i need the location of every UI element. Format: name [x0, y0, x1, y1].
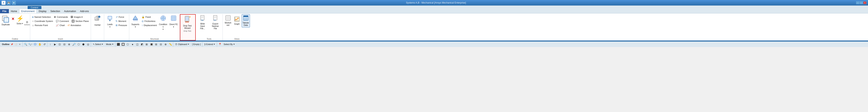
- pan-button[interactable]: ✋: [38, 42, 42, 47]
- graph-button[interactable]: Graph: [233, 14, 241, 27]
- top-view-button[interactable]: ↑: [48, 42, 53, 47]
- solver-dropdown[interactable]: ⚙ Solvers: [25, 14, 29, 29]
- mode-dropdown[interactable]: Mode ▼: [105, 43, 115, 46]
- views-group-label: Views: [223, 38, 251, 40]
- outline-title: Outline: [2, 43, 9, 46]
- menu-addons[interactable]: Add-ons: [78, 9, 91, 13]
- measure-button[interactable]: 📏: [168, 42, 173, 47]
- moment-button[interactable]: ↻ Moment: [115, 19, 128, 23]
- zoom-fit-button[interactable]: ⊡: [58, 42, 62, 47]
- display1-button[interactable]: ⊞: [154, 42, 158, 47]
- menu-home[interactable]: Home: [9, 9, 19, 13]
- mode-label: Mode: [106, 43, 112, 46]
- menu-automation[interactable]: Automation: [62, 9, 78, 13]
- clipboard-empty-label: [ Empty ]: [192, 43, 200, 46]
- zoom-box-button[interactable]: ⬡: [76, 42, 81, 47]
- xray-button[interactable]: ⊠: [145, 42, 149, 47]
- loads-svg: [107, 15, 113, 21]
- toolbar-select-section: ↖ Select ▼ Mode ▼: [91, 42, 115, 47]
- clipboard-dropdown[interactable]: 🗒 Clipboard ▼: [174, 43, 191, 46]
- inertial-button[interactable]: ! Inertial: [92, 14, 103, 27]
- frictionless-button[interactable]: ◎ Frictionless: [141, 19, 158, 23]
- minimize-button[interactable]: ─: [856, 1, 859, 4]
- zoom-extra-button[interactable]: ◎: [86, 42, 90, 47]
- outline-dock-button[interactable]: ⬜: [14, 43, 18, 46]
- loads-button[interactable]: Loads▼: [105, 14, 115, 29]
- menu-file[interactable]: File: [0, 9, 9, 13]
- solve-button[interactable]: ⚡ Solve▼: [16, 14, 25, 29]
- displacement-button[interactable]: ↕ Displacement: [141, 23, 158, 27]
- tabular-data-button[interactable]: Tabular Data: [242, 14, 250, 27]
- commands-button[interactable]: 🖥 Commands: [53, 15, 69, 19]
- 3d-icon: [34, 43, 37, 46]
- svg-point-16: [162, 17, 164, 19]
- cursor-icon: ↖: [93, 43, 95, 46]
- clipboard-arrow: ▼: [188, 43, 189, 45]
- supports-button[interactable]: Supports▼: [130, 14, 140, 29]
- outline-pin-button[interactable]: 📌: [10, 43, 13, 46]
- solve-label: Solve▼: [17, 23, 23, 25]
- worksheet-button[interactable]: Worksheet: [224, 14, 232, 27]
- edge-select-button[interactable]: ⬛: [116, 42, 121, 47]
- outline-close-button[interactable]: ✕: [18, 43, 21, 46]
- svg-line-13: [136, 20, 136, 21]
- show-button[interactable]: ◩: [140, 42, 144, 47]
- svg-line-14: [137, 20, 138, 21]
- extend-dropdown[interactable]: ⟫ Extend ▼: [203, 43, 216, 46]
- toolbar-select-by-section: 📍 Select By ▼: [217, 42, 237, 47]
- front-view-button[interactable]: ▶: [53, 42, 57, 47]
- context-tab[interactable]: Context: [28, 6, 41, 9]
- ribbon-group-tools: .inp Write Input File... .nas Export Na: [196, 14, 223, 40]
- hide-button[interactable]: ◫: [135, 42, 140, 47]
- commands-label: Commands: [57, 16, 68, 18]
- named-selection-button[interactable]: ● Named Selection: [31, 15, 52, 19]
- direct-fe-button[interactable]: Direct FE▼: [169, 14, 179, 29]
- chart-button[interactable]: 📈 Chart: [55, 23, 66, 27]
- zoom-region-button[interactable]: ⬢: [81, 42, 86, 47]
- body-select-button[interactable]: ⬡: [126, 42, 130, 47]
- vertex-select-button[interactable]: ●: [130, 42, 135, 47]
- select-by-dropdown[interactable]: Select By ▼: [222, 43, 236, 46]
- ribbon-group-structural: Supports▼ 🔒 Fixed ◎ Frictionless ↕ Displ…: [129, 14, 180, 40]
- menu-environment[interactable]: Environment: [19, 9, 37, 13]
- conditions-button[interactable]: Conditions▼: [158, 14, 168, 31]
- insert-group-content: ● Named Selection 🖥 Commands 🖼 Images ▾ …: [31, 15, 90, 27]
- menu-display[interactable]: Display: [37, 9, 48, 13]
- select-dropdown[interactable]: ↖ Select ▼: [92, 43, 104, 46]
- zoom-in-button[interactable]: 🔍+: [28, 42, 33, 47]
- coordinate-system-button[interactable]: ✳ Coordinate System: [31, 19, 54, 23]
- insert-group-label: Insert: [30, 38, 91, 40]
- export-nastran-button[interactable]: .nas Export Nastran File: [210, 14, 221, 31]
- undo-button[interactable]: ▼: [12, 1, 16, 5]
- annotation-button[interactable]: 🏷 Annotation: [67, 23, 82, 27]
- rotate-button[interactable]: ↺: [42, 42, 47, 47]
- display2-button[interactable]: ⊟: [159, 42, 163, 47]
- write-input-button[interactable]: .inp Write Input File...: [197, 14, 208, 31]
- section-plane-button[interactable]: 🔲 Section Plane: [71, 19, 90, 23]
- zoom-out-button[interactable]: 🔍: [24, 42, 28, 47]
- duplicate-button[interactable]: Duplicate: [1, 14, 10, 27]
- close-button[interactable]: ✕: [863, 1, 866, 4]
- menu-selection[interactable]: Selection: [48, 9, 62, 13]
- maximize-button[interactable]: □: [860, 1, 863, 4]
- pressure-button[interactable]: ⊞ Pressure: [115, 23, 128, 27]
- conditions-label: Conditions▼: [159, 23, 168, 30]
- delete-button[interactable]: ✕: [11, 14, 14, 27]
- face-select-button[interactable]: 🔲: [121, 42, 125, 47]
- tabular-data-svg: [243, 15, 249, 21]
- coords-button[interactable]: ⊕: [163, 42, 168, 47]
- comment-button[interactable]: 💬 Comment: [55, 19, 70, 23]
- wireframe-button[interactable]: 🔳: [149, 42, 154, 47]
- 3d-view-button[interactable]: [33, 42, 37, 47]
- zoom-fit2-button[interactable]: 🔎: [72, 42, 76, 47]
- force-button[interactable]: ↗ Force: [115, 15, 128, 19]
- save-button[interactable]: 💾: [7, 1, 11, 5]
- outline-panel-header: Outline 📌 ⬜ ✕: [1, 42, 23, 47]
- images-button[interactable]: 🖼 Images ▾: [70, 15, 84, 19]
- drop-test-wizard-button[interactable]: ✦ Drop Test Wizard Drop Test: [181, 15, 194, 33]
- fixed-button[interactable]: 🔒 Fixed: [141, 15, 158, 19]
- more-views-button[interactable]: ⊕: [67, 42, 71, 47]
- zoom-all-button[interactable]: ⊟: [62, 42, 67, 47]
- comment-icon: 💬: [56, 20, 59, 23]
- remote-point-button[interactable]: ◎ Remote Point: [31, 23, 49, 27]
